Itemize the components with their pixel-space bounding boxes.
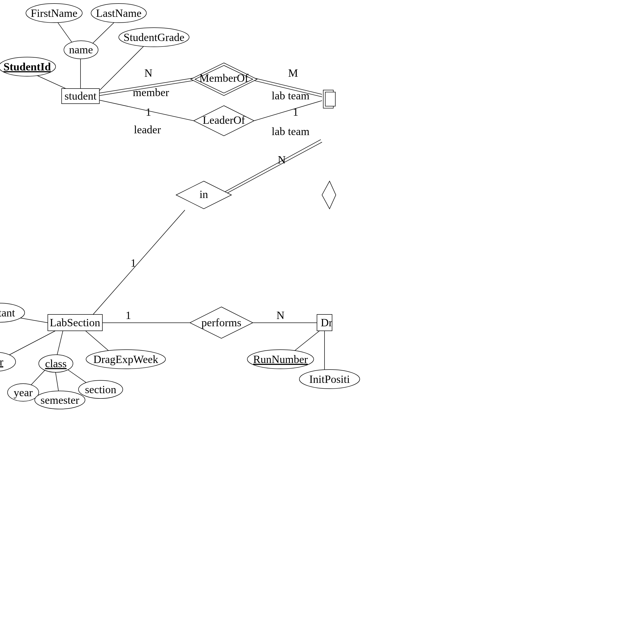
card-one2: 1 (293, 106, 298, 118)
attr-studentid-label: StudentId (4, 61, 51, 73)
rel-performs-label: performs (202, 316, 241, 329)
card-one4: 1 (126, 309, 131, 321)
attr-assistant-label: ssistant (0, 307, 15, 319)
label-labteam2: lab team (272, 125, 309, 138)
label-leader: leader (134, 124, 161, 136)
attr-lastname-label: LastName (96, 7, 142, 19)
entity-student-label: student (64, 90, 96, 102)
rel-memberof-label: MemberOf (199, 72, 249, 84)
line-in-labsection (93, 210, 185, 314)
line-leaderof-right (254, 101, 322, 121)
attr-class-label: class (45, 357, 67, 370)
attr-initposition-label: InitPositi (309, 373, 350, 385)
card-n1: N (144, 67, 152, 79)
attr-runnumber-label: RunNumber (253, 353, 308, 366)
attr-number-label: ber (0, 356, 3, 368)
rel-partial-right (322, 181, 336, 209)
attr-year-label: year (14, 386, 33, 399)
card-one1: 1 (146, 106, 151, 118)
entity-labsection-label: LabSection (50, 316, 100, 329)
card-m1: M (288, 67, 298, 79)
label-labteam1: lab team (272, 90, 309, 102)
attr-dragexpweek-label: DragExpWeek (93, 353, 158, 366)
attr-section-label: section (85, 383, 116, 396)
attr-semester-label: semester (41, 394, 79, 406)
card-n3: N (276, 309, 285, 321)
entity-dragrun-label: Dr (321, 316, 333, 329)
attr-name-label: name (69, 44, 93, 56)
attr-studentgrade-label: StudentGrade (124, 31, 184, 44)
attr-firstname-label: FirstName (31, 7, 77, 19)
rel-leaderof-label: LeaderOf (203, 114, 245, 126)
label-member: member (133, 86, 169, 99)
er-diagram: student LabSection Dr FirstName LastName… (0, 0, 483, 483)
card-one3: 1 (131, 257, 136, 269)
weak-entity-inner (325, 92, 335, 106)
line-in-right-outer (221, 140, 321, 194)
rel-in-label: in (199, 188, 208, 200)
card-n2: N (278, 154, 286, 166)
line-in-right-inner (221, 142, 322, 196)
line-studentgrade-student (98, 42, 148, 92)
